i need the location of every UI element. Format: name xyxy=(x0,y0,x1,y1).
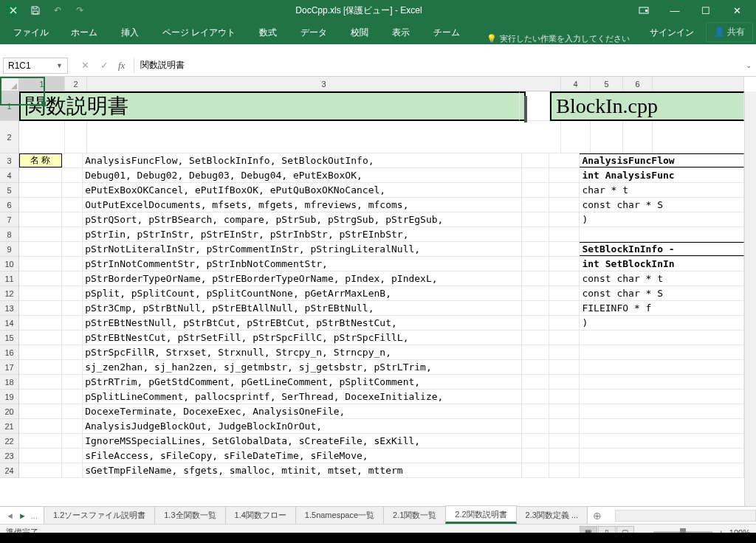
function-list-cell[interactable]: sGetTmpFileName, sfgets, smalloc, mtinit… xyxy=(83,463,522,477)
sheet-tab[interactable]: 2.2関数説明書 xyxy=(445,505,516,524)
col-header[interactable]: 2 xyxy=(65,77,87,91)
row-header[interactable]: 14 xyxy=(0,316,18,331)
row-header[interactable]: 16 xyxy=(0,345,18,360)
tab-review[interactable]: 校閲 xyxy=(339,21,380,44)
row-header[interactable]: 19 xyxy=(0,390,18,404)
function-list-cell[interactable]: sj_zen2han, sj_han2zen, sj_getmbstr, sj_… xyxy=(83,360,522,374)
col-header[interactable]: 5 xyxy=(591,77,623,91)
function-list-cell[interactable]: IgnoreMSSpecialLines, SetGlobalData, sCr… xyxy=(83,434,522,448)
function-list-cell[interactable]: pSplitLineComment, pallocsprintf, SerThr… xyxy=(83,390,522,404)
row-header[interactable]: 13 xyxy=(0,301,18,316)
function-list-cell[interactable]: OutPutExcelDocuments, mfsets, mfgets, mf… xyxy=(83,198,522,212)
expand-formula-icon[interactable]: ⌄ xyxy=(741,61,756,69)
function-list-cell[interactable]: pStrSpcFillR, Strxset, Strxnull, Strcpy_… xyxy=(83,345,522,359)
function-list-cell[interactable]: pStrNotLiteralInStr, pStrCommentInStr, p… xyxy=(83,242,522,256)
code-cell[interactable]: int SetBlockInIn xyxy=(580,257,744,271)
row-header[interactable]: 10 xyxy=(0,257,18,272)
code-cell[interactable]: ) xyxy=(580,212,744,226)
file-title-cell[interactable]: BlockIn.cpp xyxy=(550,91,744,121)
minimize-button[interactable]: — xyxy=(660,2,690,18)
function-list-cell[interactable]: pStr3Cmp, pStrBtNull, pStrEBtAllNull, pS… xyxy=(83,301,522,315)
function-list-cell[interactable]: AnalysisJudgeBlockOut, JudgeBlockInOrOut… xyxy=(83,419,522,433)
fx-icon[interactable]: fx xyxy=(115,60,128,72)
sheet-tab[interactable]: 1.2ソースファイル説明書 xyxy=(44,506,155,524)
col-header[interactable]: 3 xyxy=(87,77,561,91)
col-header[interactable]: 4 xyxy=(561,77,591,91)
row-header[interactable]: 20 xyxy=(0,404,18,419)
function-list-cell[interactable]: pStrEBtNestNull, pStrBtCut, pStrEBtCut, … xyxy=(83,316,522,330)
tell-me-search[interactable]: 💡 実行したい作業を入力してください xyxy=(487,33,630,44)
row-header[interactable]: 18 xyxy=(0,375,18,390)
signin-link[interactable]: サインイン xyxy=(638,21,706,44)
tab-view[interactable]: 表示 xyxy=(380,21,422,44)
row-header[interactable]: 23 xyxy=(0,449,18,463)
sheet-nav-first[interactable]: ◄ xyxy=(4,510,16,522)
function-list-cell[interactable]: DocexeTerminate, DocexeExec, AnalysisOne… xyxy=(83,404,522,418)
code-cell[interactable]: SetBlockInInfo - xyxy=(580,242,744,256)
name-label-cell[interactable]: 名 称 xyxy=(19,153,62,167)
function-list-cell[interactable]: pSplit, pSplitCount, pSplitCountNone, pG… xyxy=(83,286,522,300)
row-header[interactable]: 4 xyxy=(0,168,18,183)
undo-icon[interactable]: ↶ xyxy=(49,2,66,18)
code-cell[interactable]: ) xyxy=(580,316,744,330)
code-cell[interactable]: FILEINFO * f xyxy=(580,301,744,315)
select-all-corner[interactable] xyxy=(0,77,19,91)
row-header[interactable]: 24 xyxy=(0,463,18,478)
formula-input[interactable]: 関数説明書 xyxy=(134,58,741,74)
row-header[interactable]: 5 xyxy=(0,183,18,198)
horizontal-scrollbar[interactable] xyxy=(615,510,756,522)
row-header[interactable]: 9 xyxy=(0,242,18,257)
row-header[interactable]: 1 xyxy=(0,91,18,121)
function-list-cell[interactable]: Debug01, Debug02, Debug03, Debug04, ePut… xyxy=(83,168,522,182)
col-header[interactable]: 1 xyxy=(19,77,65,91)
function-list-cell[interactable]: pStrRTrim, pGetStdComment, pGetLineComme… xyxy=(83,375,522,389)
col-header[interactable]: 6 xyxy=(623,77,653,91)
function-list-cell[interactable]: pStrIin, pStrInStr, pStrEInStr, pStrInbS… xyxy=(83,227,522,241)
function-list-cell[interactable]: sFileAccess, sFileCopy, sFileDateTime, s… xyxy=(83,449,522,463)
maximize-button[interactable]: ☐ xyxy=(691,2,721,18)
row-header[interactable]: 15 xyxy=(0,331,18,345)
tab-data[interactable]: データ xyxy=(289,21,339,44)
function-list-cell[interactable]: pStrInNotCommentStr, pStrInbNotCommentSt… xyxy=(83,257,522,271)
save-icon[interactable] xyxy=(27,2,44,18)
row-header[interactable]: 12 xyxy=(0,286,18,301)
row-header[interactable]: 8 xyxy=(0,227,18,242)
row-header[interactable]: 7 xyxy=(0,212,18,227)
row-header[interactable]: 22 xyxy=(0,434,18,449)
code-cell[interactable]: const char * t xyxy=(580,272,744,286)
share-button[interactable]: 👤 共有 xyxy=(706,22,753,42)
confirm-formula-icon[interactable]: ✓ xyxy=(96,59,112,72)
cancel-formula-icon[interactable]: ✕ xyxy=(77,59,93,72)
spreadsheet-grid[interactable]: 123456 123456789101112131415161718192021… xyxy=(0,77,756,506)
sheet-tab[interactable]: 1.3全関数一覧 xyxy=(154,506,225,524)
row-header[interactable]: 11 xyxy=(0,272,18,286)
sheet-tab[interactable]: 2.1関数一覧 xyxy=(383,506,446,524)
row-header[interactable]: 6 xyxy=(0,198,18,212)
doc-title-cell[interactable]: 関数説明書 xyxy=(19,91,520,121)
sheet-tab[interactable]: 1.5namespace一覧 xyxy=(295,506,384,524)
tab-page-layout[interactable]: ページ レイアウト xyxy=(151,21,247,44)
function-list-cell[interactable]: ePutExBoxOKCancel, ePutIfBoxOK, ePutQuBo… xyxy=(83,183,522,197)
code-cell[interactable]: AnalysisFuncFlow xyxy=(580,153,744,167)
row-header[interactable]: 21 xyxy=(0,419,18,434)
function-list-cell[interactable]: pStrBorderTypeOrName, pStrEBorderTypeOrN… xyxy=(83,272,522,286)
row-header[interactable]: 17 xyxy=(0,360,18,375)
chevron-down-icon[interactable]: ▼ xyxy=(56,62,63,69)
close-button[interactable]: ✕ xyxy=(722,2,752,18)
add-sheet-button[interactable]: ⊕ xyxy=(587,507,608,525)
tab-team[interactable]: チーム xyxy=(422,21,472,44)
sheet-nav-ellipsis[interactable]: ... xyxy=(30,510,39,522)
row-header[interactable]: 3 xyxy=(0,153,18,168)
row-header[interactable]: 2 xyxy=(0,121,18,153)
tab-home[interactable]: ホーム xyxy=(59,21,109,44)
function-list-cell[interactable]: pStrEBtNestCut, pStrSetFill, pStrSpcFill… xyxy=(83,331,522,345)
tab-insert[interactable]: 挿入 xyxy=(109,21,151,44)
sheet-nav-prev[interactable]: ► xyxy=(17,510,28,522)
function-list-cell[interactable]: AnalysisFuncFlow, SetBlockInInfo, SetBlo… xyxy=(83,153,521,167)
code-cell[interactable]: const char * S xyxy=(580,198,744,212)
ribbon-options-icon[interactable] xyxy=(629,2,659,18)
sheet-tab[interactable]: 2.3関数定義 ... xyxy=(516,506,588,524)
vertical-scrollbar[interactable] xyxy=(744,91,756,506)
code-cell[interactable]: const char * S xyxy=(580,286,744,300)
redo-icon[interactable]: ↷ xyxy=(71,2,89,18)
